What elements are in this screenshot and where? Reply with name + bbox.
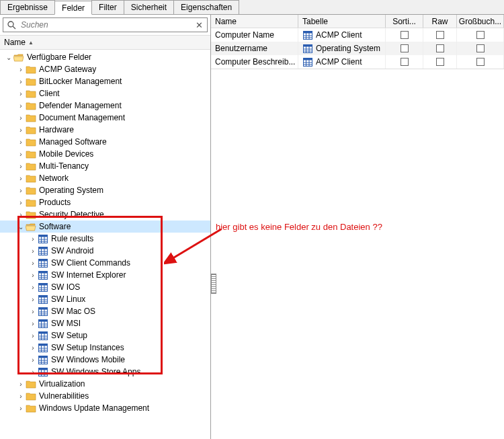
tree-item[interactable]: › SW Setup Instances <box>0 342 210 354</box>
cell-raw[interactable] <box>423 28 457 42</box>
checkbox[interactable] <box>476 58 485 66</box>
cell-grossbuch[interactable] <box>457 55 504 69</box>
expand-icon[interactable]: › <box>16 393 26 400</box>
cell-grossbuch[interactable] <box>457 42 504 55</box>
cell-raw[interactable] <box>423 55 457 69</box>
tree-item[interactable]: › BitLocker Management <box>0 75 210 87</box>
expand-icon[interactable]: › <box>16 199 26 206</box>
tree-item[interactable]: › Network <box>0 172 210 184</box>
tree-item[interactable]: › Virtualization <box>0 378 210 390</box>
expand-icon[interactable]: › <box>16 405 26 412</box>
tree-item[interactable]: › SW Linux <box>0 293 210 305</box>
tree-item[interactable]: › SW Client Commands <box>0 257 210 269</box>
expand-icon[interactable]: › <box>16 187 26 194</box>
cell-grossbuch[interactable] <box>457 28 504 42</box>
expand-icon[interactable]: › <box>16 90 26 97</box>
col-grossbuchstaben[interactable]: Großbuch... <box>457 15 504 28</box>
expand-icon[interactable]: › <box>16 138 26 146</box>
expand-icon[interactable]: › <box>28 332 38 340</box>
checkbox[interactable] <box>476 44 485 52</box>
expand-icon[interactable]: › <box>28 235 38 243</box>
expand-icon[interactable]: › <box>16 163 26 170</box>
expand-icon[interactable]: › <box>16 151 26 158</box>
checkbox[interactable] <box>401 44 409 52</box>
tree-item[interactable]: › SW MSI <box>0 317 210 329</box>
cell-sort[interactable] <box>386 28 423 42</box>
search-input[interactable] <box>19 19 194 30</box>
checkbox[interactable] <box>476 31 485 39</box>
tree-item[interactable]: › Mobile Devices <box>0 148 210 160</box>
expand-icon[interactable]: › <box>28 247 38 255</box>
checkbox[interactable] <box>401 58 409 66</box>
clear-search-icon[interactable]: ✕ <box>194 20 204 30</box>
table-row[interactable]: Computer Name ACMP Client <box>211 28 504 42</box>
col-raw[interactable]: Raw <box>423 15 457 28</box>
checkbox[interactable] <box>436 58 444 66</box>
expand-icon[interactable]: › <box>16 126 26 134</box>
expand-icon[interactable]: › <box>28 320 38 327</box>
collapse-icon[interactable]: ⌄ <box>4 54 13 61</box>
tab-sicherheit[interactable]: Sicherheit <box>124 0 174 14</box>
tab-felder[interactable]: Felder <box>54 1 92 15</box>
expand-icon[interactable]: › <box>28 344 38 352</box>
expand-icon[interactable]: › <box>16 78 26 85</box>
checkbox[interactable] <box>401 31 409 39</box>
expand-icon[interactable]: › <box>28 272 38 279</box>
checkbox[interactable] <box>436 44 444 52</box>
tree-item[interactable]: › Products <box>0 196 210 208</box>
tree-item-label: Document Management <box>39 113 125 122</box>
expand-icon[interactable]: › <box>28 308 38 315</box>
tree-item[interactable]: › Document Management <box>0 112 210 124</box>
tree-item[interactable]: › Rule results <box>0 233 210 245</box>
tree-item[interactable]: › ACMP Gateway <box>0 63 210 75</box>
expand-icon[interactable]: › <box>16 175 26 182</box>
tree-item[interactable]: › Multi-Tenancy <box>0 160 210 172</box>
tree-item[interactable]: › Security Detective <box>0 208 210 221</box>
expand-icon[interactable]: › <box>16 66 26 73</box>
tree-item[interactable]: › Managed Software <box>0 136 210 148</box>
col-tabelle[interactable]: Tabelle <box>298 15 386 28</box>
cell-sort[interactable] <box>386 55 423 69</box>
tree-item[interactable]: › Defender Management <box>0 99 210 112</box>
collapse-icon[interactable]: ⌄ <box>16 223 26 231</box>
tree-item[interactable]: › SW Internet Explorer <box>0 269 210 281</box>
tree-item[interactable]: › SW IOS <box>0 281 210 293</box>
table-row[interactable]: Benutzername Operating System <box>211 42 504 55</box>
tree-column-header[interactable]: Name ▲ <box>0 35 210 50</box>
expand-icon[interactable]: › <box>28 368 38 376</box>
tree-item[interactable]: › Windows Update Management <box>0 402 210 414</box>
expand-icon[interactable]: › <box>16 211 26 218</box>
folder-icon <box>26 403 36 413</box>
tree-item[interactable]: › SW Android <box>0 245 210 257</box>
tab-filter[interactable]: Filter <box>91 0 124 14</box>
splitter-handle[interactable] <box>211 274 216 294</box>
table-row[interactable]: Computer Beschreib... ACMP Client <box>211 55 504 69</box>
col-name[interactable]: Name <box>211 15 298 28</box>
expand-icon[interactable]: › <box>16 381 26 388</box>
expand-icon[interactable]: › <box>16 114 26 122</box>
tree-item[interactable]: › Client <box>0 87 210 99</box>
tree-item[interactable]: ⌄ Software <box>0 221 210 233</box>
cell-raw[interactable] <box>423 42 457 55</box>
cell-sort[interactable] <box>386 42 423 55</box>
col-sortierung[interactable]: Sorti... <box>386 15 423 28</box>
field-tree[interactable]: ⌄ Verfügbare Felder› ACMP Gateway› BitLo… <box>0 50 210 439</box>
expand-icon[interactable]: › <box>28 356 38 364</box>
checkbox[interactable] <box>436 31 444 39</box>
tree-item[interactable]: › Vulnerabilities <box>0 390 210 402</box>
expand-icon[interactable]: › <box>28 284 38 291</box>
expand-icon[interactable]: › <box>28 296 38 303</box>
tree-item[interactable]: › Hardware <box>0 124 210 136</box>
expand-icon[interactable]: › <box>28 260 38 267</box>
tree-item-label: Mobile Devices <box>39 149 93 159</box>
expand-icon[interactable]: › <box>16 102 26 110</box>
table-icon <box>302 30 313 40</box>
tab-ergebnisse[interactable]: Ergebnisse <box>0 0 55 14</box>
tree-item[interactable]: › Operating System <box>0 184 210 196</box>
tree-item[interactable]: ⌄ Verfügbare Felder <box>0 51 210 63</box>
tree-item[interactable]: › SW Setup <box>0 329 210 342</box>
tree-item[interactable]: › SW Windows Mobile <box>0 354 210 366</box>
tree-item[interactable]: › SW Windows Store Apps <box>0 366 210 378</box>
tab-eigenschaften[interactable]: Eigenschaften <box>173 0 239 14</box>
tree-item[interactable]: › SW Mac OS <box>0 305 210 317</box>
